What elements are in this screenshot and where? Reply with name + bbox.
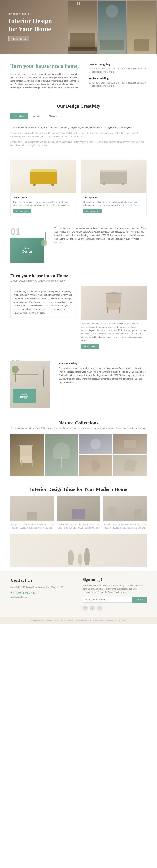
google-icon[interactable]: g bbox=[97, 606, 102, 611]
facebook-icon[interactable]: f bbox=[83, 606, 88, 611]
email-row: SUBMIT bbox=[83, 596, 147, 602]
nature-grid bbox=[10, 434, 147, 476]
lorem-text: Odio eu feugiat pretium nibh ipsum conse… bbox=[14, 290, 73, 315]
tab-trending[interactable]: Trending bbox=[10, 113, 28, 119]
intro-heading: Turn your house into a home, bbox=[10, 63, 80, 70]
submit-button[interactable]: SUBMIT bbox=[132, 596, 147, 602]
turn-home-section: Turn your house into a Home Modern Décor… bbox=[0, 269, 157, 355]
turn-home-subtitle: Modern Décor to help you achieve your dr… bbox=[10, 279, 147, 282]
tab-mission[interactable]: Mission bbox=[45, 113, 61, 119]
creativity-main-text: Brav is an innovative web solution, whic… bbox=[10, 126, 147, 129]
contact-email: info@sample.com bbox=[10, 595, 74, 598]
hero-title: Interior Design for Your Home bbox=[8, 17, 55, 33]
nature-collections-section: Nature Collections Celebrating nature's … bbox=[0, 414, 157, 480]
turn-home-right: Lorem ipsum dolor sit amet, consectetur … bbox=[81, 286, 147, 349]
hero-section: INTERIOR DESIGN Interior Design for Your… bbox=[0, 0, 157, 55]
nature-item-2 bbox=[79, 434, 112, 454]
nature-item-6 bbox=[114, 455, 147, 476]
product-name-yellow: Yellow Sofa bbox=[13, 196, 74, 199]
ideas-col-3: Sample text. Click to select the text bo… bbox=[103, 496, 147, 529]
lorem-box: Odio eu feugiat pretium nibh ipsum conse… bbox=[10, 286, 76, 318]
product-desc-yellow: Duis aute irure dolor in reprehenderit i… bbox=[13, 200, 74, 207]
product-img-vintage-sofa bbox=[81, 160, 146, 193]
footer: Sample text. Click to select the text bo… bbox=[0, 617, 157, 624]
sub-heading-2: Modern Building bbox=[89, 77, 147, 80]
about-design-02-section: 02 About Design about workshop bbox=[0, 355, 157, 414]
products-row: Yellow Sofa Duis aute irure dolor in rep… bbox=[0, 156, 157, 220]
ideas-img-1 bbox=[10, 496, 54, 521]
read-more-button[interactable]: READ MORE bbox=[81, 344, 99, 349]
about-02-text: The event was a success, and we realized… bbox=[59, 367, 147, 384]
product-img-yellow-sofa bbox=[11, 160, 76, 193]
product-info-vintage: Vintage Sofa Duis aute irure dolor in re… bbox=[81, 193, 146, 216]
grid-icon bbox=[77, 2, 80, 5]
about-workshop-heading: about workshop bbox=[59, 362, 147, 365]
tab-founder[interactable]: Founder bbox=[28, 113, 45, 119]
ideas-text-2: Sample text. Click to select the text bo… bbox=[57, 523, 100, 529]
product-info-yellow: Yellow Sofa Duis aute irure dolor in rep… bbox=[11, 193, 76, 216]
hero-panel-2 bbox=[98, 1, 126, 54]
design-creativity-section: Our Design Creativity Trending Founder M… bbox=[0, 97, 157, 156]
ideas-img-3 bbox=[103, 496, 147, 521]
product-desc-vintage: Duis aute irure dolor in reprehenderit i… bbox=[83, 200, 144, 207]
sub-heading-1: Interior Designing bbox=[89, 63, 147, 66]
hero-panel-1 bbox=[68, 1, 97, 54]
about-01-box: About Design bbox=[10, 238, 44, 263]
product-btn-yellow[interactable]: READ MORE bbox=[13, 209, 31, 213]
ideas-text-3: Sample text. Click to select the text bo… bbox=[103, 523, 147, 529]
product-name-vintage: Vintage Sofa bbox=[83, 196, 144, 199]
product-card-yellow-sofa: Yellow Sofa Duis aute irure dolor in rep… bbox=[10, 160, 76, 216]
turn-home-heading: Turn your house into a Home bbox=[10, 273, 147, 279]
sub-text-1: Sample text. Click to select the text bo… bbox=[89, 67, 147, 73]
ideas-large-image bbox=[10, 533, 147, 567]
about-02-right: about workshop The event was a success, … bbox=[59, 362, 147, 407]
turn-home-grid: Odio eu feugiat pretium nibh ipsum conse… bbox=[10, 286, 147, 349]
turn-home-left: Odio eu feugiat pretium nibh ipsum conse… bbox=[10, 286, 76, 349]
ideas-col-2: Sample text. Click to select the text bo… bbox=[57, 496, 100, 529]
ideas-col-1: Sample text. Click to select the text bo… bbox=[10, 496, 54, 529]
product-btn-vintage[interactable]: READ MORE bbox=[83, 209, 101, 213]
signup-heading: Sign me up! bbox=[83, 578, 147, 582]
nature-item-1 bbox=[10, 434, 43, 476]
nature-subtitle: Celebrating nature's formations. Taking … bbox=[10, 427, 147, 430]
creativity-sample-2: Sample text. Click to select the text bo… bbox=[10, 141, 147, 147]
creativity-sample-1: Sample text. Click to select the text bo… bbox=[10, 132, 147, 138]
grid-icon-wrap bbox=[77, 2, 80, 5]
email-input[interactable] bbox=[83, 596, 132, 602]
about-02-left: 02 About Design bbox=[10, 362, 52, 407]
tabs-row: Trending Founder Mission bbox=[10, 113, 147, 119]
signup-text: The event was a success, and we realized… bbox=[83, 584, 147, 594]
about-01-text: The event was a success, and we realized… bbox=[55, 226, 147, 244]
contact-left: Contact Us New York, 4140 Parker Rd. All… bbox=[10, 578, 74, 611]
creativity-heading: Our Design Creativity bbox=[10, 103, 147, 109]
ideas-text-1: Sample text. Click to select the text bo… bbox=[10, 523, 54, 529]
footer-text: Sample text. Click to select the text bo… bbox=[2, 619, 155, 621]
contact-heading: Contact Us bbox=[10, 578, 74, 583]
nature-item-4 bbox=[45, 434, 78, 476]
about-01-left: 01 About Design bbox=[10, 226, 48, 263]
about-01-right: The event was a success, and we realized… bbox=[55, 226, 147, 244]
ideas-heading: Interior Design Ideas for Your Modern Ho… bbox=[10, 487, 147, 492]
nature-item-3 bbox=[114, 434, 147, 454]
section-number-01: 01 bbox=[10, 226, 48, 237]
social-row: f t g bbox=[83, 606, 147, 611]
turn-home-right-text: Lorem ipsum dolor sit amet, consectetur … bbox=[81, 322, 147, 342]
hero-label: INTERIOR DESIGN bbox=[8, 13, 55, 15]
about-02-image: About Design bbox=[10, 362, 50, 407]
product-card-vintage-sofa: Vintage Sofa Duis aute irure dolor in re… bbox=[81, 160, 147, 216]
chair-image bbox=[81, 286, 147, 320]
contact-section: Contact Us New York, 4140 Parker Rd. All… bbox=[0, 571, 157, 617]
nature-heading: Nature Collections bbox=[10, 420, 147, 426]
intro-body: Lorem ipsum dolor sit amet, consectetur … bbox=[10, 73, 80, 89]
contact-address: New York, 4140 Parker Rd. Allentown, New… bbox=[10, 586, 74, 589]
ideas-img-2 bbox=[57, 496, 100, 521]
about-design-01-section: 01 About Design The event was a success,… bbox=[0, 220, 157, 269]
ideas-section: Interior Design Ideas for Your Modern Ho… bbox=[0, 480, 157, 571]
ideas-content: Sample text. Click to select the text bo… bbox=[10, 496, 147, 529]
hero-cta-button[interactable]: READ MORE bbox=[8, 36, 29, 41]
twitter-icon[interactable]: t bbox=[90, 606, 95, 611]
about-02-box: About Design bbox=[12, 389, 36, 403]
contact-right: Sign me up! The event was a success, and… bbox=[83, 578, 147, 611]
creativity-body: Brav is an innovative web solution, whic… bbox=[10, 123, 147, 151]
sub-text-2: Sample text. Click to select the text bo… bbox=[89, 81, 147, 88]
